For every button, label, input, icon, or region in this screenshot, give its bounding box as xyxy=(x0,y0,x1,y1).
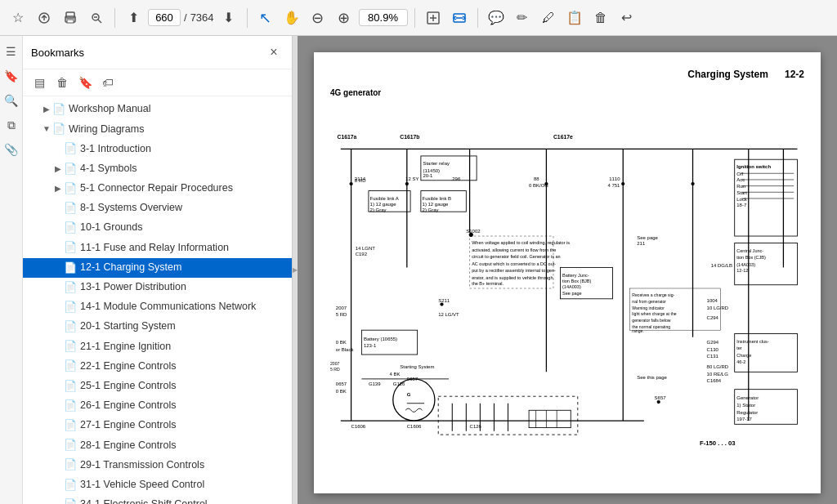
fit-width-button[interactable] xyxy=(448,7,471,29)
sidebar-item-transmission[interactable]: 📄 29-1 Transmission Controls xyxy=(23,455,292,475)
svg-text:123-1: 123-1 xyxy=(364,343,377,348)
page-up-button[interactable]: ⬆ xyxy=(122,7,145,29)
undo-button[interactable]: ↩ xyxy=(615,7,638,29)
svg-text:10 LG/RD: 10 LG/RD xyxy=(707,306,729,310)
sidebar-item-systems[interactable]: 📄 8-1 Systems Overview xyxy=(23,198,292,218)
svg-text:G: G xyxy=(407,392,411,397)
sidebar-item-grounds[interactable]: 📄 10-1 Grounds xyxy=(23,218,292,238)
sidebar-item-module-comm[interactable]: 📄 14-1 Module Communications Network xyxy=(23,297,292,317)
svg-text:See this page: See this page xyxy=(637,375,667,380)
layers-panel-button[interactable]: ⧉ xyxy=(2,116,20,134)
stamp-button[interactable]: 📋 xyxy=(563,7,586,29)
svg-text:Regulator: Regulator xyxy=(736,410,758,415)
svg-text:1) 12 gauge: 1) 12 gauge xyxy=(370,202,397,207)
share-button[interactable] xyxy=(33,7,56,29)
svg-text:C1617e: C1617e xyxy=(553,134,573,140)
sidebar-item-label: 10-1 Grounds xyxy=(80,221,285,235)
doc-icon: 📄 xyxy=(64,438,77,453)
sidebar-item-engine-ctrl-27[interactable]: 📄 27-1 Engine Controls xyxy=(23,416,292,435)
sidebar-item-fuse-relay[interactable]: 📄 11-1 Fuse and Relay Information xyxy=(23,238,292,257)
svg-text:C1617a: C1617a xyxy=(338,134,357,140)
svg-text:generator falls below: generator falls below xyxy=(632,318,670,323)
diagram-title: 4G generator xyxy=(330,88,804,97)
svg-text:C131: C131 xyxy=(707,354,719,359)
fit-page-button[interactable] xyxy=(422,7,445,29)
page-separator: / xyxy=(184,11,187,24)
svg-point-94 xyxy=(349,182,352,185)
svg-text:Central Junc-: Central Junc- xyxy=(736,248,763,253)
svg-text:Battery Junc-: Battery Junc- xyxy=(562,273,589,278)
svg-text:put by a rectifier assembly in: put by a rectifier assembly internal to … xyxy=(472,268,556,273)
svg-text:S211: S211 xyxy=(438,298,450,303)
page-number-input[interactable]: 660 xyxy=(148,9,181,26)
bookmark-star-button[interactable]: ☆ xyxy=(7,7,29,29)
doc-icon: 📄 xyxy=(64,399,77,413)
highlight-button[interactable]: 🖊 xyxy=(537,7,560,29)
zoom-level-display[interactable]: 80.9% xyxy=(359,9,408,26)
sidebar-item-engine-ign[interactable]: 📄 21-1 Engine Ignition xyxy=(23,337,292,356)
delete-bookmark-button[interactable]: 🗑 xyxy=(52,73,72,92)
bookmarks-panel-button[interactable]: 🔖 xyxy=(2,67,20,85)
cursor-tool-button[interactable]: ↖ xyxy=(254,7,277,29)
sidebar-item-workshop[interactable]: ▶ 📄 Workshop Manual xyxy=(23,100,292,119)
sidebar-item-vehicle-speed[interactable]: 📄 31-1 Vehicle Speed Control xyxy=(23,475,292,495)
add-bookmark-button[interactable]: 🔖 xyxy=(75,73,95,92)
sidebar-item-connector[interactable]: ▶ 📄 5-1 Connector Repair Procedures xyxy=(23,179,292,198)
doc-icon: 📄 xyxy=(64,162,77,176)
svg-text:(11450): (11450) xyxy=(423,168,440,173)
sidebar-item-charging[interactable]: 📄 12-1 Charging System xyxy=(23,258,292,278)
sidebar-item-power-dist[interactable]: 📄 13-1 Power Distribution xyxy=(23,278,292,297)
comment-button[interactable]: 💬 xyxy=(485,7,508,29)
print-button[interactable] xyxy=(59,7,82,29)
sidebar-item-label: 14-1 Module Communications Network xyxy=(80,300,285,314)
sidebar-toggle-button[interactable]: ☰ xyxy=(2,42,20,60)
attachments-panel-button[interactable]: 📎 xyxy=(2,140,20,158)
doc-icon: 📄 xyxy=(64,280,77,295)
svg-text:Charge: Charge xyxy=(736,353,751,358)
sidebar-item-engine-ctrl-28[interactable]: 📄 28-1 Engine Controls xyxy=(23,435,292,455)
bookmarks-title: Bookmarks xyxy=(31,47,84,59)
hand-tool-button[interactable]: ✋ xyxy=(280,7,303,29)
sidebar-item-engine-ctrl-25[interactable]: 📄 25-1 Engine Controls xyxy=(23,377,292,396)
zoom-in-button[interactable]: ⊕ xyxy=(333,7,356,29)
close-panel-button[interactable]: × xyxy=(264,42,284,62)
svg-text:0 BK: 0 BK xyxy=(336,389,347,394)
page-down-button[interactable]: ⬇ xyxy=(217,7,240,29)
sidebar-item-label: 13-1 Power Distribution xyxy=(80,280,285,295)
expand-all-button[interactable]: ▤ xyxy=(29,73,49,92)
svg-text:4 BK: 4 BK xyxy=(390,372,401,377)
svg-text:G139: G139 xyxy=(369,381,381,386)
sidebar-item-introduction[interactable]: 📄 3-1 Introduction xyxy=(23,139,292,158)
separator-3 xyxy=(414,8,415,28)
svg-rect-3 xyxy=(67,20,74,23)
svg-text:0657: 0657 xyxy=(407,377,418,381)
sidebar-item-label: 29-1 Transmission Controls xyxy=(80,458,285,473)
tag-button[interactable]: 🏷 xyxy=(98,73,118,92)
zoom-out-button[interactable]: ⊖ xyxy=(307,7,329,29)
delete-button[interactable]: 🗑 xyxy=(589,7,612,29)
sidebar-item-engine-ctrl-26[interactable]: 📄 26-1 Engine Controls xyxy=(23,396,292,416)
zoom-out-toolbar-button[interactable] xyxy=(85,7,108,29)
sidebar-item-elec-shift[interactable]: 📄 34-1 Electronic Shift Control xyxy=(23,495,292,504)
bookmarks-header: Bookmarks × xyxy=(23,36,292,69)
bookmarks-toolbar: ▤ 🗑 🔖 🏷 xyxy=(23,69,292,96)
svg-text:ter: ter xyxy=(736,346,742,350)
search-panel-button[interactable]: 🔍 xyxy=(2,91,20,109)
svg-text:F-150 . . . 03: F-150 . . . 03 xyxy=(700,439,735,447)
svg-text:10 RE/LG: 10 RE/LG xyxy=(707,372,729,377)
sidebar-item-symbols[interactable]: ▶ 📄 4-1 Symbols xyxy=(23,159,292,179)
svg-point-97 xyxy=(621,182,624,185)
sidebar-item-label: Wiring Diagrams xyxy=(69,123,285,137)
expander-icon: ▶ xyxy=(52,163,64,175)
pen-button[interactable]: ✏ xyxy=(511,7,534,29)
svg-text:Instrument clus-: Instrument clus- xyxy=(736,339,769,344)
page-navigation: 660 / 7364 xyxy=(148,9,214,26)
pdf-viewer[interactable]: Charging System 12-2 4G generator C1617a… xyxy=(298,36,837,504)
svg-text:20-1: 20-1 xyxy=(423,173,433,178)
svg-text:5 RD: 5 RD xyxy=(330,367,340,372)
svg-text:1110: 1110 xyxy=(609,176,620,181)
doc-icon: 📄 xyxy=(64,478,77,493)
sidebar-item-wiring-diagrams[interactable]: ▼ 📄 Wiring Diagrams xyxy=(23,119,292,139)
sidebar-item-starting[interactable]: 📄 20-1 Starting System xyxy=(23,317,292,337)
sidebar-item-engine-ctrl-22[interactable]: 📄 22-1 Engine Controls xyxy=(23,356,292,376)
